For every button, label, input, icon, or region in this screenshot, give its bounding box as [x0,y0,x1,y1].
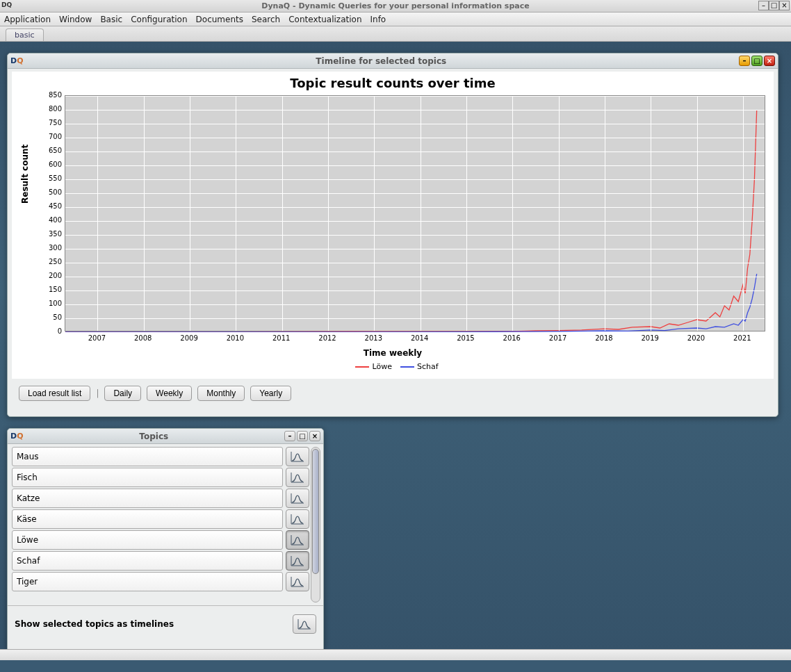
x-tick-label: 2021 [728,334,756,342]
y-tick-label: 200 [41,272,62,279]
menu-configuration[interactable]: Configuration [131,15,187,24]
show-timelines-label: Show selected topics as timelines [15,619,174,629]
timeline-window-title: Timeline for selected topics [24,56,740,66]
y-tick-label: 600 [41,161,62,168]
topic-row: Löwe [12,530,309,550]
desktop-area: DQ Timeline for selected topics – □ × To… [0,42,791,660]
y-tick-label: 50 [41,313,62,321]
app-minimize-button[interactable]: – [758,1,769,10]
topic-input[interactable]: Löwe [12,530,283,550]
y-tick-label: 850 [41,91,62,99]
app-title: DynaQ - Dynamic Queries for your persona… [0,1,791,10]
topic-toggle-button[interactable] [286,489,309,508]
menu-documents[interactable]: Documents [196,15,243,24]
topics-window-title: Topics [24,432,285,441]
x-tick-label: 2019 [636,334,664,342]
app-maximize-button[interactable]: □ [769,1,779,10]
y-tick-label: 500 [41,188,62,196]
y-tick-label: 450 [41,202,62,210]
menu-application[interactable]: Application [4,15,51,24]
dq-logo-icon: DQ [10,56,24,65]
x-tick-label: 2009 [175,334,203,342]
y-tick-label: 0 [41,327,62,335]
yearly-button[interactable]: Yearly [250,386,291,401]
timeline-close-button[interactable]: × [764,56,775,66]
x-tick-label: 2012 [313,334,341,342]
app-logo-icon: DQ [1,1,12,8]
topic-input[interactable]: Tiger [12,572,283,591]
chart-area: Topic result counts over time Result cou… [12,72,774,379]
menu-search[interactable]: Search [252,15,280,24]
distribution-icon [291,514,304,525]
x-axis-label: Time weekly [12,348,774,358]
timeline-maximize-button[interactable]: □ [751,56,763,66]
tab-bar: basic [0,26,791,42]
y-axis-label: Result count [20,145,30,204]
chart-legend: LöweSchaf [12,362,774,371]
topic-input[interactable]: Fisch [12,468,283,487]
y-tick-label: 300 [41,244,62,252]
app-close-button[interactable]: × [779,1,790,10]
topic-input[interactable]: Katze [12,489,283,508]
timeline-minimize-button[interactable]: – [739,56,750,66]
y-tick-label: 150 [41,286,62,293]
plot-canvas [65,95,765,331]
distribution-icon [291,493,304,504]
distribution-icon [291,534,304,546]
topics-maximize-button[interactable]: □ [297,431,308,441]
load-result-list-button[interactable]: Load result list [19,386,90,401]
app-titlebar: DQ DynaQ - Dynamic Queries for your pers… [0,0,791,13]
topic-toggle-button[interactable] [286,509,309,529]
y-tick-label: 250 [41,258,62,265]
topic-input[interactable]: Schaf [12,551,283,571]
menu-info[interactable]: Info [370,15,386,24]
topics-minimize-button[interactable]: – [284,431,295,441]
topic-input[interactable]: Käse [12,509,283,529]
topic-toggle-button[interactable] [286,447,309,466]
y-tick-label: 700 [41,133,62,140]
menu-window[interactable]: Window [59,15,92,24]
distribution-icon [291,555,304,566]
distribution-icon [297,618,311,630]
x-tick-label: 2014 [406,334,434,342]
topics-window: DQ Topics – □ × MausFischKatzeKäseLöweSc… [7,428,324,652]
timeline-titlebar[interactable]: DQ Timeline for selected topics – □ × [8,54,778,69]
topic-toggle-button[interactable] [286,572,309,591]
topic-toggle-button[interactable] [286,468,309,487]
topic-row: Fisch [12,468,309,487]
topics-titlebar[interactable]: DQ Topics – □ × [8,429,323,444]
menu-basic[interactable]: Basic [100,15,122,24]
chart-title: Topic result counts over time [12,72,774,90]
daily-button[interactable]: Daily [104,386,141,401]
y-tick-label: 750 [41,119,62,126]
y-tick-label: 400 [41,216,62,224]
menu-contextualization[interactable]: Contextualization [288,15,361,24]
topics-close-button[interactable]: × [309,431,320,441]
topic-row: Käse [12,509,309,529]
tab-basic[interactable]: basic [6,28,44,41]
topic-toggle-button[interactable] [286,530,309,550]
y-tick-label: 800 [41,105,62,113]
x-tick-label: 2015 [452,334,480,342]
toolbar-separator: | [96,388,99,398]
topics-list: MausFischKatzeKäseLöweSchafTiger [12,447,309,603]
topic-toggle-button[interactable] [286,551,309,571]
x-tick-label: 2008 [129,334,157,342]
timeline-toolbar: Load result list | Daily Weekly Monthly … [8,382,778,408]
x-tick-label: 2013 [359,334,387,342]
y-tick-label: 100 [41,300,62,307]
x-tick-label: 2007 [83,334,111,342]
y-tick-label: 350 [41,230,62,238]
topic-input[interactable]: Maus [12,447,283,466]
legend-swatch [400,366,414,368]
show-timelines-button[interactable] [293,614,316,634]
menubar: ApplicationWindowBasicConfigurationDocum… [0,13,791,26]
timeline-window: DQ Timeline for selected topics – □ × To… [7,53,778,417]
monthly-button[interactable]: Monthly [197,386,245,401]
dq-logo-icon: DQ [10,432,24,441]
x-tick-label: 2018 [590,334,618,342]
weekly-button[interactable]: Weekly [147,386,192,401]
x-tick-label: 2011 [268,334,295,342]
topics-scrollbar[interactable] [311,447,320,603]
x-tick-label: 2016 [498,334,525,342]
